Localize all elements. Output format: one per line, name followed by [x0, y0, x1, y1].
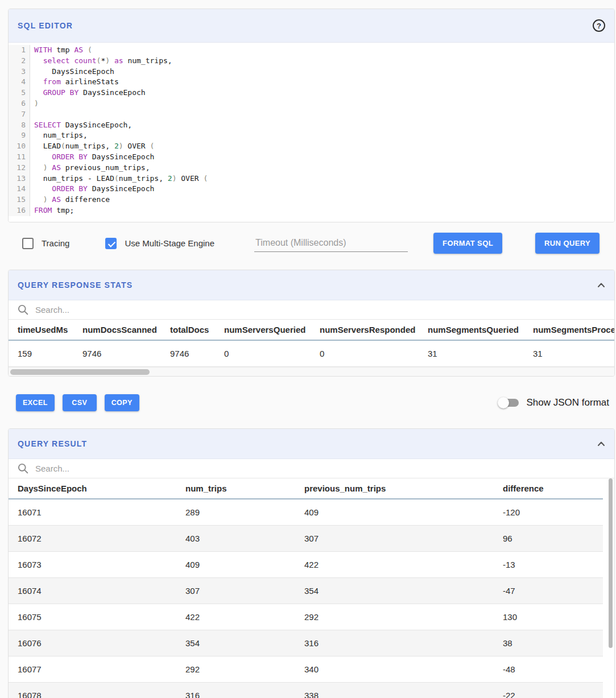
show-json-toggle[interactable]	[499, 397, 519, 408]
column-header[interactable]: numDocsScanned	[73, 320, 161, 340]
copy-button[interactable]: COPY	[105, 394, 139, 411]
line-number: 9	[9, 130, 30, 141]
code-line: 4 from airlineStats	[9, 77, 614, 88]
line-number: 5	[9, 88, 30, 98]
help-icon[interactable]: ?	[593, 19, 605, 32]
code-line: 14 ORDER BY DaysSinceEpoch	[9, 184, 614, 195]
line-number: 2	[9, 56, 30, 67]
code-text: ORDER BY DaysSinceEpoch	[30, 152, 154, 163]
stats-search-input[interactable]	[35, 305, 605, 315]
result-vertical-scrollbar[interactable]	[609, 478, 613, 648]
table-cell: 338	[295, 682, 494, 698]
table-cell: 316	[176, 682, 295, 698]
code-line: 6)	[9, 98, 614, 109]
column-header[interactable]: numSegmentsQueried	[419, 320, 524, 340]
line-number: 10	[9, 141, 30, 152]
table-cell: 130	[494, 604, 603, 630]
multistage-checkbox[interactable]	[105, 238, 117, 249]
table-row: 1607635431638	[9, 630, 603, 656]
table-cell: 340	[295, 656, 494, 682]
stats-horizontal-scrollbar[interactable]	[9, 367, 614, 376]
table-cell: -13	[494, 551, 603, 577]
collapse-stats-icon[interactable]	[597, 282, 605, 288]
query-result-card: QUERY RESULT DaysSinceEpochnum_tripsprev…	[8, 428, 615, 698]
result-search-row	[9, 459, 614, 478]
result-search-input[interactable]	[35, 464, 605, 473]
format-sql-button[interactable]: FORMAT SQL	[433, 233, 502, 254]
result-table: DaysSinceEpochnum_tripsprevious_num_trip…	[9, 478, 603, 698]
table-row: 16071289409-120	[9, 499, 603, 526]
table-cell: 31	[524, 340, 614, 367]
table-cell: 16077	[9, 656, 176, 682]
sql-code-editor[interactable]: 1WITH tmp AS (2 select count(*) as num_t…	[9, 43, 614, 222]
code-text: num_trips - LEAD(num_trips, 2) OVER (	[30, 174, 208, 184]
column-header[interactable]: num_trips	[176, 478, 295, 499]
line-number: 12	[9, 163, 30, 174]
code-text: SELECT DaysSinceEpoch,	[30, 120, 132, 131]
column-header[interactable]: previous_num_trips	[295, 478, 494, 499]
multistage-checkbox-group[interactable]: Use Multi-Stage Engine	[105, 238, 214, 249]
line-number: 13	[9, 174, 30, 184]
tracing-checkbox[interactable]	[22, 238, 34, 249]
table-cell: 316	[295, 630, 494, 656]
run-query-button[interactable]: RUN QUERY	[535, 233, 600, 254]
line-number: 4	[9, 77, 30, 88]
table-cell: -48	[494, 656, 603, 682]
query-response-stats-card: QUERY RESPONSE STATS timeUsedMsnumDocsSc…	[8, 270, 615, 377]
column-header[interactable]: timeUsedMs	[9, 320, 73, 340]
code-line: 9 num_trips,	[9, 130, 614, 141]
stats-table-wrap: timeUsedMsnumDocsScannedtotalDocsnumServ…	[9, 320, 614, 367]
sql-editor-card: SQL EDITOR ? 1WITH tmp AS (2 select coun…	[8, 9, 615, 222]
table-cell: 422	[176, 604, 295, 630]
table-cell: 16075	[9, 604, 176, 630]
table-cell: 16072	[9, 525, 176, 551]
table-header-row: DaysSinceEpochnum_tripsprevious_num_trip…	[9, 478, 603, 499]
collapse-result-icon[interactable]	[597, 441, 605, 447]
csv-button[interactable]: CSV	[63, 394, 97, 411]
code-text: ) AS previous_num_trips,	[30, 163, 150, 174]
table-cell: -47	[494, 577, 603, 604]
code-text: ORDER BY DaysSinceEpoch	[30, 184, 154, 195]
table-cell: 16074	[9, 577, 176, 604]
table-cell: 289	[176, 499, 295, 526]
column-header[interactable]: difference	[494, 478, 603, 499]
table-row: 16078316338-22	[9, 682, 603, 698]
sql-editor-title: SQL EDITOR	[18, 21, 73, 30]
column-header[interactable]: numServersQueried	[215, 320, 311, 340]
code-text: WITH tmp AS (	[30, 45, 92, 56]
code-line: 7	[9, 109, 614, 120]
table-cell: 16076	[9, 630, 176, 656]
code-line: 1WITH tmp AS (	[9, 45, 614, 56]
table-header-row: timeUsedMsnumDocsScannedtotalDocsnumServ…	[9, 320, 614, 340]
code-text	[30, 109, 39, 120]
line-number: 7	[9, 109, 30, 120]
code-text: LEAD(num_trips, 2) OVER (	[30, 141, 154, 152]
stats-scrollbar-thumb[interactable]	[10, 369, 150, 375]
show-json-label: Show JSON format	[527, 397, 610, 408]
table-cell: 409	[295, 499, 494, 526]
table-cell: 422	[295, 551, 494, 577]
table-cell: 9746	[73, 340, 161, 367]
query-controls-row: Tracing Use Multi-Stage Engine FORMAT SQ…	[16, 232, 615, 255]
code-text: select count(*) as num_trips,	[30, 56, 172, 67]
column-header[interactable]: totalDocs	[161, 320, 215, 340]
table-row: 15997469746003131	[9, 340, 614, 367]
excel-button[interactable]: EXCEL	[16, 394, 55, 411]
table-cell: 307	[176, 577, 295, 604]
result-header: QUERY RESULT	[9, 429, 614, 459]
line-number: 16	[9, 205, 30, 216]
line-number: 15	[9, 195, 30, 205]
timeout-input[interactable]	[254, 234, 408, 252]
column-header[interactable]: DaysSinceEpoch	[9, 478, 176, 499]
code-line: 3 DaysSinceEpoch	[9, 67, 614, 77]
table-row: 16077292340-48	[9, 656, 603, 682]
table-cell: 31	[419, 340, 524, 367]
table-cell: 159	[9, 340, 73, 367]
table-cell: 409	[176, 551, 295, 577]
json-toggle-group: Show JSON format	[499, 397, 610, 408]
table-cell: 9746	[161, 340, 215, 367]
column-header[interactable]: numServersResponded	[311, 320, 419, 340]
stats-title: QUERY RESPONSE STATS	[18, 280, 133, 290]
tracing-checkbox-group[interactable]: Tracing	[22, 238, 69, 249]
column-header[interactable]: numSegmentsProcessed	[524, 320, 614, 340]
